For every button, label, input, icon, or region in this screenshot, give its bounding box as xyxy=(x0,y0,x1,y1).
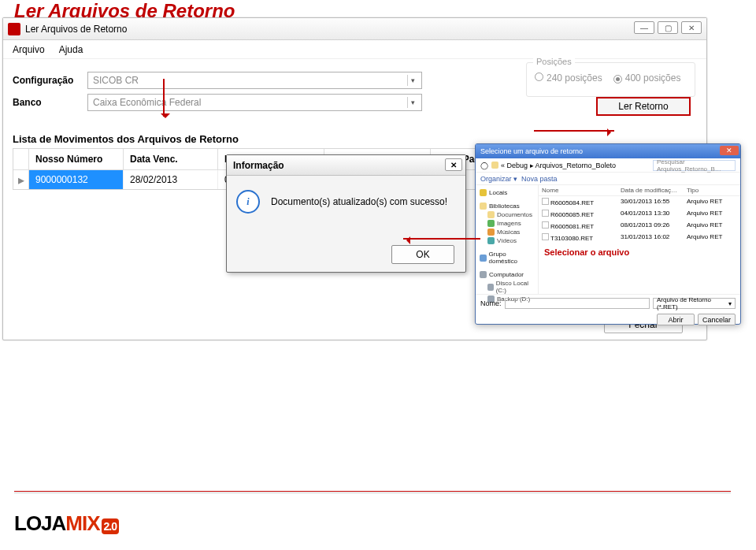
window-title: Ler Arquivos de Retorno xyxy=(25,24,127,35)
ok-button[interactable]: OK xyxy=(391,245,454,264)
minimize-button[interactable]: — xyxy=(634,21,654,34)
window-titlebar: Ler Arquivos de Retorno — ▢ ✕ xyxy=(3,18,706,40)
file-icon xyxy=(542,233,549,240)
arrow-annotation-icon xyxy=(403,238,480,240)
homegroup-icon xyxy=(480,255,487,262)
file-list: Nome Data de modificaç… Tipo R6005084.RE… xyxy=(539,185,740,294)
cancel-button[interactable]: Cancelar xyxy=(698,314,736,325)
info-dialog: Informação ✕ i Documento(s) atualizado(s… xyxy=(226,154,466,273)
arrow-annotation-icon xyxy=(534,130,614,132)
banco-label: Banco xyxy=(13,97,87,108)
file-icon xyxy=(542,210,549,217)
back-button[interactable]: ◯ xyxy=(480,162,488,169)
sidebar-item[interactable]: Vídeos xyxy=(480,237,534,244)
menu-ajuda[interactable]: Ajuda xyxy=(59,44,83,55)
close-button[interactable]: ✕ xyxy=(445,158,462,171)
app-icon xyxy=(8,23,20,35)
config-label: Configuração xyxy=(13,75,87,86)
annotation-selectfile: Selecionar o arquivo xyxy=(544,247,629,257)
sidebar-item[interactable]: Computador xyxy=(480,271,534,278)
sidebar-item[interactable]: Disco Local (C:) xyxy=(480,280,534,294)
list-item[interactable]: R6005081.RET08/01/2013 09:26Arquivo RET xyxy=(539,220,740,232)
col-header[interactable]: Data de modificaç… xyxy=(617,185,684,195)
file-dialog: Selecione um arquivo de retorno ✕ ◯ « De… xyxy=(475,143,741,325)
folder-icon xyxy=(480,203,487,210)
file-icon xyxy=(542,198,549,205)
chevron-down-icon: ▾ xyxy=(407,75,418,86)
drive-icon xyxy=(487,284,494,291)
sidebar-item[interactable]: Grupo doméstico xyxy=(480,251,534,265)
footer-divider xyxy=(14,491,731,492)
window-controls: — ▢ ✕ xyxy=(634,21,702,34)
new-folder-button[interactable]: Nova pasta xyxy=(521,175,558,183)
menubar: Arquivo Ajuda xyxy=(3,40,706,59)
file-dialog-title: Selecione um arquivo de retorno ✕ xyxy=(476,144,740,158)
logo: LOJAMIX2.0 xyxy=(14,511,119,536)
arrow-annotation-icon xyxy=(163,79,165,117)
posicoes-group: Posições 240 posições 400 posições xyxy=(526,62,695,97)
sidebar-item[interactable]: Imagens xyxy=(480,220,534,227)
sidebar-item[interactable]: Documentos xyxy=(480,211,534,218)
grid-header-cell: Data Venc. xyxy=(124,149,218,169)
row-marker-icon: ▸ xyxy=(13,170,29,189)
col-header[interactable]: Tipo xyxy=(684,185,731,195)
sidebar-item[interactable]: Locais xyxy=(480,189,534,196)
sidebar-item[interactable]: Bibliotecas xyxy=(480,203,534,210)
star-icon xyxy=(480,189,487,196)
file-icon xyxy=(542,221,549,229)
file-dialog-sidebar: Locais Bibliotecas Documentos Imagens Mú… xyxy=(476,185,539,294)
music-icon xyxy=(487,229,495,236)
sidebar-item[interactable]: Músicas xyxy=(480,229,534,236)
posicoes-legend: Posições xyxy=(533,57,575,66)
filename-input[interactable] xyxy=(505,298,650,309)
search-input[interactable]: Pesquisar Arquivos_Retorno_B… xyxy=(653,160,736,171)
video-icon xyxy=(487,237,495,244)
file-dialog-toolbar: Organizar ▾ Nova pasta xyxy=(476,173,740,185)
radio-400[interactable]: 400 posições xyxy=(613,72,681,84)
list-item[interactable]: R6005085.RET04/01/2013 13:30Arquivo RET xyxy=(539,208,740,220)
close-button[interactable]: ✕ xyxy=(720,146,739,155)
info-dialog-title: Informação ✕ xyxy=(227,155,465,176)
config-value: SICOB CR xyxy=(93,75,139,86)
grid-cell: 28/02/2013 xyxy=(124,170,218,189)
menu-arquivo[interactable]: Arquivo xyxy=(13,44,45,55)
banco-value: Caixa Econômica Federal xyxy=(93,97,201,108)
filter-combo[interactable]: Arquivo de Retorno (*.RET)▾ xyxy=(653,298,736,309)
list-item[interactable]: T3103080.RET31/01/2013 16:02Arquivo RET xyxy=(539,232,740,243)
file-list-header: Nome Data de modificaç… Tipo xyxy=(539,185,740,196)
col-header[interactable]: Nome xyxy=(539,185,617,195)
banco-combo[interactable]: Caixa Econômica Federal ▾ xyxy=(87,94,422,111)
file-dialog-path: ◯ « Debug ▸ Arquivos_Retorno_Boleto Pesq… xyxy=(476,158,740,173)
info-icon: i xyxy=(236,190,260,214)
ler-retorno-button[interactable]: Ler Retorno xyxy=(596,97,691,116)
list-item[interactable]: R6005084.RET30/01/2013 16:55Arquivo RET xyxy=(539,196,740,208)
computer-icon xyxy=(480,271,487,278)
chevron-down-icon: ▾ xyxy=(407,97,418,108)
breadcrumb[interactable]: « Debug ▸ Arquivos_Retorno_Boleto xyxy=(501,162,616,169)
footer-divider xyxy=(14,492,731,493)
config-combo[interactable]: SICOB CR ▾ xyxy=(87,72,422,89)
images-icon xyxy=(487,220,495,227)
filename-label: Nome: xyxy=(480,299,502,307)
folder-icon xyxy=(487,211,495,218)
info-message: Documento(s) atualizado(s) com sucesso! xyxy=(271,196,447,207)
close-button[interactable]: ✕ xyxy=(681,21,702,34)
grid-cell: 9000000132 xyxy=(29,170,124,189)
grid-header-cell: Nosso Número xyxy=(29,149,124,169)
radio-240[interactable]: 240 posições xyxy=(535,72,602,84)
organize-menu[interactable]: Organizar ▾ xyxy=(480,175,517,183)
open-button[interactable]: Abrir xyxy=(657,314,695,325)
folder-icon xyxy=(491,162,498,169)
maximize-button[interactable]: ▢ xyxy=(658,21,678,34)
